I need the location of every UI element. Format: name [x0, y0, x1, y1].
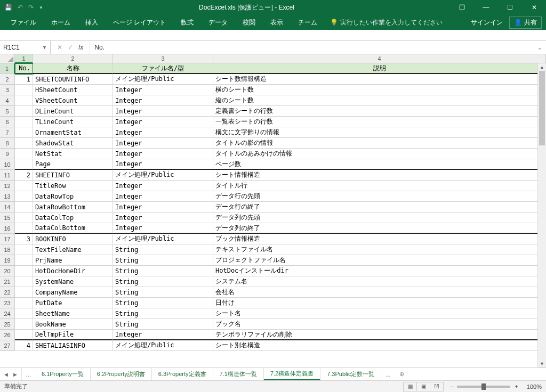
cell[interactable]: 会社名 [213, 287, 546, 298]
sheet-tab[interactable]: 7.1構造体一覧 [213, 368, 264, 380]
column-header[interactable]: 1 [15, 54, 33, 63]
share-button[interactable]: 👤 共有 [509, 17, 542, 29]
cell[interactable]: データ行の先頭 [213, 191, 546, 202]
cell[interactable]: テキストファイル名 [213, 244, 546, 255]
zoom-slider[interactable] [457, 386, 510, 388]
cell[interactable]: DataColTop [33, 213, 113, 223]
cell[interactable]: シート名 [213, 308, 546, 319]
header-cell[interactable]: 説明 [213, 63, 546, 74]
cell[interactable]: Integer [113, 106, 213, 117]
row-header[interactable]: 24 [0, 308, 15, 319]
column-header[interactable]: 4 [213, 54, 546, 63]
row-header[interactable]: 20 [0, 266, 15, 276]
cell[interactable]: HSheetCount [33, 85, 113, 95]
zoom-in-button[interactable]: ＋ [513, 382, 519, 390]
row-header[interactable]: 27 [0, 340, 15, 351]
page-layout-view-icon[interactable]: ▣ [416, 382, 430, 391]
cell[interactable] [15, 244, 33, 255]
ribbon-tab-home[interactable]: ホーム [45, 16, 77, 29]
sheet-overflow-right[interactable]: ... [381, 368, 395, 380]
qat-dropdown-icon[interactable]: ▼ [39, 5, 43, 10]
cell[interactable] [15, 149, 33, 159]
row-header[interactable]: 12 [0, 181, 15, 191]
cell[interactable]: ページ数 [213, 159, 546, 170]
sheet-overflow-left[interactable]: ... [22, 368, 35, 380]
cell[interactable]: TLineCount [33, 117, 113, 127]
header-cell[interactable]: ファイル名/型 [113, 63, 213, 74]
cell[interactable] [15, 159, 33, 170]
ribbon-tab-review[interactable]: 校閲 [236, 16, 262, 29]
cell[interactable] [15, 106, 33, 117]
cell[interactable] [15, 181, 33, 191]
cell[interactable]: Integer [113, 191, 213, 202]
row-header[interactable]: 6 [0, 117, 15, 127]
row-header[interactable]: 17 [0, 234, 15, 244]
cell[interactable]: HotDocインストールdir [213, 266, 546, 276]
row-header[interactable]: 16 [0, 223, 15, 234]
cell[interactable]: データ行の終了 [213, 202, 546, 213]
cell[interactable] [15, 308, 33, 319]
cell[interactable] [15, 276, 33, 287]
cell[interactable]: DataRowBottom [33, 202, 113, 213]
row-header[interactable]: 18 [0, 244, 15, 255]
redo-icon[interactable]: ↷ [28, 4, 34, 11]
ribbon-tab-insert[interactable]: 挿入 [79, 16, 105, 29]
cell[interactable] [15, 191, 33, 202]
cell[interactable]: Integer [113, 223, 213, 234]
cell[interactable]: PrjName [33, 255, 113, 266]
row-header[interactable]: 2 [0, 74, 15, 85]
sheet-tab[interactable]: 7.2構造体定義書 [264, 368, 320, 380]
row-header[interactable]: 4 [0, 95, 15, 106]
fx-icon[interactable]: fx [78, 44, 83, 51]
cell[interactable]: String [113, 319, 213, 330]
cell[interactable]: 1 [15, 74, 33, 85]
scroll-up-icon[interactable]: ▲ [538, 63, 546, 71]
sheet-nav-buttons[interactable]: ◄ ► [0, 368, 22, 380]
header-cell[interactable]: No. [15, 63, 33, 74]
cell[interactable]: 縦のシート数 [213, 95, 546, 106]
row-header[interactable]: 23 [0, 298, 15, 308]
select-all-corner[interactable] [0, 54, 15, 63]
vertical-scrollbar[interactable]: ▲ ▼ [537, 63, 546, 368]
cell[interactable]: DataRowTop [33, 191, 113, 202]
cell[interactable]: HotDocHomeDir [33, 266, 113, 276]
cell[interactable]: メイン処理/Public [113, 74, 213, 85]
cell[interactable]: 構文に文字飾りの情報 [213, 127, 546, 138]
cell[interactable]: タイトル行 [213, 181, 546, 191]
sheet-tab[interactable]: 6.2Property説明書 [91, 368, 152, 380]
row-header[interactable]: 10 [0, 159, 15, 170]
cell[interactable]: String [113, 244, 213, 255]
column-header[interactable]: 2 [33, 54, 113, 63]
cell[interactable]: String [113, 255, 213, 266]
row-header[interactable]: 19 [0, 255, 15, 266]
cell[interactable]: SystemName [33, 276, 113, 287]
name-box[interactable]: R1C1 ▼ [0, 41, 51, 54]
sheet-tab[interactable]: 7.3Public定数一覧 [320, 368, 381, 380]
row-header[interactable]: 5 [0, 106, 15, 117]
formula-input[interactable]: No. [90, 44, 533, 51]
formula-expand-icon[interactable]: ⌄ [533, 45, 546, 51]
cell[interactable]: Integer [113, 202, 213, 213]
ribbon-tab-data[interactable]: データ [202, 16, 234, 29]
chevron-down-icon[interactable]: ▼ [42, 45, 47, 50]
cell[interactable] [15, 330, 33, 340]
cell[interactable]: CompanyName [33, 287, 113, 298]
cell[interactable] [15, 287, 33, 298]
cell[interactable]: OrnamentStat [33, 127, 113, 138]
cell[interactable] [15, 117, 33, 127]
cell[interactable] [15, 319, 33, 330]
cell[interactable] [15, 266, 33, 276]
cell[interactable] [15, 85, 33, 95]
scroll-down-icon[interactable]: ▼ [538, 360, 546, 368]
cell[interactable]: 定義書シートの行数 [213, 106, 546, 117]
row-header[interactable]: 15 [0, 213, 15, 223]
page-break-view-icon[interactable]: 凹 [430, 382, 444, 391]
tell-me-search[interactable]: 💡 実行したい作業を入力してください [330, 18, 443, 27]
maximize-icon[interactable]: ☐ [498, 0, 522, 15]
row-header[interactable]: 7 [0, 127, 15, 138]
cell[interactable]: メイン処理/Public [113, 170, 213, 181]
signin-link[interactable]: サインイン [471, 18, 503, 27]
ribbon-tab-pagelayout[interactable]: ページ レイアウト [107, 16, 172, 29]
cell[interactable]: ブック名 [213, 319, 546, 330]
cell[interactable]: Integer [113, 330, 213, 340]
